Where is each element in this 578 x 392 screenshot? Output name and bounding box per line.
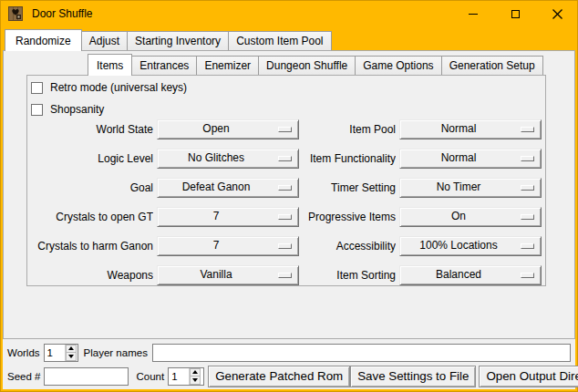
item-pool-value: Normal <box>441 122 477 135</box>
option-row-2: Logic Level No Glitches Item Functionali… <box>27 149 542 169</box>
count-value: 1 <box>169 368 189 385</box>
tab-adjust-label: Adjust <box>89 35 119 47</box>
accessibility-dropdown[interactable]: 100% Locations <box>399 236 542 256</box>
main-tabstrip: Randomize Adjust Starting Inventory Cust… <box>3 28 332 51</box>
world-state-value: Open <box>202 122 229 135</box>
worlds-value: 1 <box>45 345 65 361</box>
app-icon <box>8 6 23 21</box>
tab-game-options-label: Game Options <box>363 59 433 72</box>
logic-level-label: Logic Level <box>27 152 153 165</box>
crystals-gt-dropdown[interactable]: 7 <box>157 207 299 227</box>
titlebar[interactable]: Door Shuffle <box>0 0 578 27</box>
tab-adjust[interactable]: Adjust <box>81 31 128 50</box>
crystals-gt-label: Crystals to open GT <box>27 211 153 223</box>
spin-up-button[interactable] <box>190 368 201 377</box>
shopsanity-checkbox-row[interactable]: Shopsanity <box>31 103 104 116</box>
item-sorting-label: Item Sorting <box>299 269 396 282</box>
accessibility-label: Accessibility <box>299 240 396 253</box>
window-controls <box>452 0 578 27</box>
generate-patched-rom-button[interactable]: Generate Patched Rom <box>208 366 350 387</box>
option-row-6: Weapons Vanilla Item Sorting Balanced <box>27 265 542 285</box>
seed-label: Seed # <box>7 371 40 382</box>
item-pool-dropdown[interactable]: Normal <box>399 119 542 139</box>
worlds-row: Worlds 1 Player names <box>7 343 571 362</box>
minimize-button[interactable] <box>452 0 494 27</box>
dropdown-indicator-icon <box>521 127 534 132</box>
bottom-controls: Worlds 1 Player names Seed # Count 1 <box>3 339 575 389</box>
world-state-label: World State <box>27 123 153 136</box>
accessibility-value: 100% Locations <box>419 239 497 252</box>
dropdown-indicator-icon <box>278 156 292 161</box>
crystals-ganon-dropdown[interactable]: 7 <box>157 236 299 256</box>
tab-generation-setup[interactable]: Generation Setup <box>441 56 543 75</box>
item-sorting-value: Balanced <box>436 268 481 281</box>
timer-setting-dropdown[interactable]: No Timer <box>399 178 542 198</box>
goal-dropdown[interactable]: Defeat Ganon <box>157 178 299 198</box>
dropdown-indicator-icon <box>521 243 534 249</box>
spin-up-icon <box>68 346 74 350</box>
seed-input[interactable] <box>44 367 129 386</box>
tab-starting-inventory[interactable]: Starting Inventory <box>127 31 229 50</box>
close-button[interactable] <box>536 0 578 27</box>
weapons-dropdown[interactable]: Vanilla <box>157 265 299 285</box>
tab-entrances-label: Entrances <box>139 59 189 72</box>
tab-game-options[interactable]: Game Options <box>355 56 441 75</box>
spin-up-button[interactable] <box>66 345 77 354</box>
option-row-3: Goal Defeat Ganon Timer Setting No Timer <box>27 178 542 198</box>
dropdown-indicator-icon <box>521 185 534 191</box>
shopsanity-checkbox[interactable] <box>31 104 43 116</box>
option-row-4: Crystals to open GT 7 Progressive Items … <box>27 207 542 227</box>
player-names-input[interactable] <box>152 344 571 362</box>
sub-tabstrip: Items Entrances Enemizer Dungeon Shuffle… <box>4 52 543 76</box>
shopsanity-label: Shopsanity <box>50 103 104 116</box>
dropdown-indicator-icon <box>278 273 292 278</box>
weapons-value: Vanilla <box>200 268 232 281</box>
count-spin-buttons <box>189 368 201 385</box>
tab-entrances[interactable]: Entrances <box>131 56 197 75</box>
dropdown-indicator-icon <box>521 156 534 161</box>
progressive-items-label: Progressive Items <box>299 211 396 223</box>
tab-randomize-label: Randomize <box>15 35 71 47</box>
dropdown-indicator-icon <box>278 214 292 220</box>
dropdown-indicator-icon <box>521 214 534 220</box>
progressive-items-dropdown[interactable]: On <box>399 207 542 227</box>
retro-mode-checkbox-row[interactable]: Retro mode (universal keys) <box>31 81 187 94</box>
item-functionality-label: Item Functionality <box>299 152 396 165</box>
window-title: Door Shuffle <box>32 7 93 20</box>
door-shuffle-window: Door Shuffle Randomize Adjust Starting I… <box>0 0 578 392</box>
tab-enemizer-label: Enemizer <box>204 59 251 72</box>
logic-level-value: No Glitches <box>188 151 244 164</box>
tab-dungeon-shuffle[interactable]: Dungeon Shuffle <box>258 56 356 75</box>
randomize-panel: Items Entrances Enemizer Dungeon Shuffle… <box>3 50 575 339</box>
spin-down-icon <box>68 355 74 358</box>
spin-down-button[interactable] <box>190 377 201 385</box>
open-output-directory-button[interactable]: Open Output Directory <box>479 366 578 387</box>
logic-level-dropdown[interactable]: No Glitches <box>157 149 299 169</box>
item-functionality-value: Normal <box>441 151 477 164</box>
retro-mode-checkbox[interactable] <box>31 82 43 94</box>
tab-enemizer[interactable]: Enemizer <box>196 56 259 75</box>
world-state-dropdown[interactable]: Open <box>157 119 299 139</box>
worlds-spinner[interactable]: 1 <box>44 344 78 362</box>
maximize-icon <box>511 10 520 18</box>
item-sorting-dropdown[interactable]: Balanced <box>399 265 542 285</box>
retro-mode-label: Retro mode (universal keys) <box>50 81 187 94</box>
tab-randomize[interactable]: Randomize <box>5 29 82 51</box>
count-spinner[interactable]: 1 <box>168 367 204 386</box>
timer-setting-label: Timer Setting <box>299 181 396 194</box>
spin-down-button[interactable] <box>66 353 77 361</box>
weapons-label: Weapons <box>27 269 153 282</box>
spin-up-icon <box>192 370 198 374</box>
tab-generation-setup-label: Generation Setup <box>449 59 535 72</box>
save-settings-button[interactable]: Save Settings to File <box>350 366 476 387</box>
item-functionality-dropdown[interactable]: Normal <box>399 149 542 169</box>
tab-dungeon-shuffle-label: Dungeon Shuffle <box>266 59 347 72</box>
goal-value: Defeat Ganon <box>182 181 251 193</box>
tab-custom-item-pool[interactable]: Custom Item Pool <box>228 31 331 50</box>
option-row-1: World State Open Item Pool Normal <box>27 119 542 139</box>
dropdown-indicator-icon <box>278 243 292 249</box>
tab-items[interactable]: Items <box>88 54 132 76</box>
progressive-items-value: On <box>451 210 466 222</box>
minimize-icon <box>469 14 478 15</box>
maximize-button[interactable] <box>494 0 536 27</box>
